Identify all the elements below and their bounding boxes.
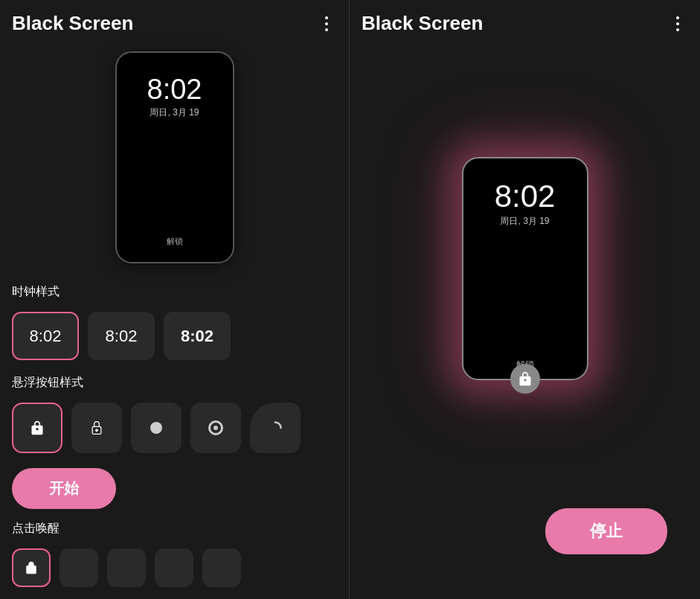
left-phone-time: 8:02 — [147, 75, 202, 103]
left-title: Black Screen — [12, 12, 133, 35]
right-menu-button[interactable] — [667, 13, 688, 34]
wake-option-2[interactable] — [60, 548, 98, 587]
wake-icon-1 — [25, 561, 38, 574]
clock-option-normal-label: 8:02 — [106, 327, 138, 346]
right-phone-lock-icon — [510, 364, 540, 394]
right-phone-wrapper: 8:02 周日, 3月 19 解锁 — [462, 157, 588, 380]
lock-fill-icon — [30, 420, 45, 435]
clock-option-thin[interactable]: 8:02 — [12, 312, 79, 360]
float-btn-partial[interactable] — [250, 403, 301, 453]
wake-option-4[interactable] — [155, 548, 193, 587]
right-bottom: 停止 — [350, 508, 700, 599]
left-phone-unlock: 解锁 — [167, 236, 183, 247]
float-btn-lock-fill[interactable] — [12, 403, 62, 453]
partial-circle-icon — [268, 420, 283, 435]
float-button-options — [0, 397, 349, 462]
lock-outline-icon — [89, 420, 104, 435]
clock-style-options: 8:02 8:02 8:02 — [0, 306, 349, 369]
wake-tap-options — [0, 542, 349, 596]
wake-option-5[interactable] — [202, 548, 241, 587]
right-panel: Black Screen 8:02 周日, 3月 19 解锁 — [350, 0, 700, 599]
clock-option-thin-label: 8:02 — [30, 327, 62, 346]
svg-point-1 — [96, 429, 98, 432]
clock-option-normal[interactable]: 8:02 — [88, 312, 155, 360]
left-phone-time-area: 8:02 周日, 3月 19 — [147, 75, 202, 119]
float-button-label: 悬浮按钮样式 — [0, 369, 349, 397]
right-phone-date: 周日, 3月 19 — [495, 215, 556, 228]
circle-fill-icon — [150, 422, 162, 434]
left-phone-date: 周日, 3月 19 — [147, 106, 202, 119]
stop-button[interactable]: 停止 — [545, 508, 667, 554]
circle-ring-icon — [208, 420, 223, 435]
start-button[interactable]: 开始 — [12, 468, 116, 509]
right-phone-area: 8:02 周日, 3月 19 解锁 — [350, 44, 700, 508]
bottom-action-row: 开始 — [0, 462, 349, 515]
float-btn-circle-ring[interactable] — [190, 403, 241, 453]
clock-option-bold[interactable]: 8:02 — [164, 312, 231, 360]
left-panel: Black Screen 8:02 周日, 3月 19 解锁 时钟样式 8:02 — [0, 0, 350, 599]
left-header: Black Screen — [0, 0, 349, 44]
right-header: Black Screen — [350, 0, 700, 44]
clock-option-bold-label: 8:02 — [181, 327, 213, 346]
wake-option-1[interactable] — [12, 548, 51, 587]
wake-option-3[interactable] — [107, 548, 146, 587]
wake-tap-label: 点击唤醒 — [0, 515, 349, 542]
left-phone-preview: 8:02 周日, 3月 19 解锁 — [0, 44, 349, 278]
clock-style-label: 时钟样式 — [0, 278, 349, 306]
right-title: Black Screen — [362, 12, 483, 35]
right-phone-time: 8:02 — [495, 181, 556, 212]
right-phone-time-area: 8:02 周日, 3月 19 — [495, 181, 556, 228]
left-phone-frame: 8:02 周日, 3月 19 解锁 — [115, 51, 234, 263]
right-phone-frame: 8:02 周日, 3月 19 解锁 — [462, 157, 588, 380]
left-menu-button[interactable] — [316, 13, 337, 34]
float-btn-lock-outline[interactable] — [71, 403, 122, 453]
float-btn-circle-fill[interactable] — [131, 403, 182, 453]
right-lock-icon — [518, 371, 533, 386]
